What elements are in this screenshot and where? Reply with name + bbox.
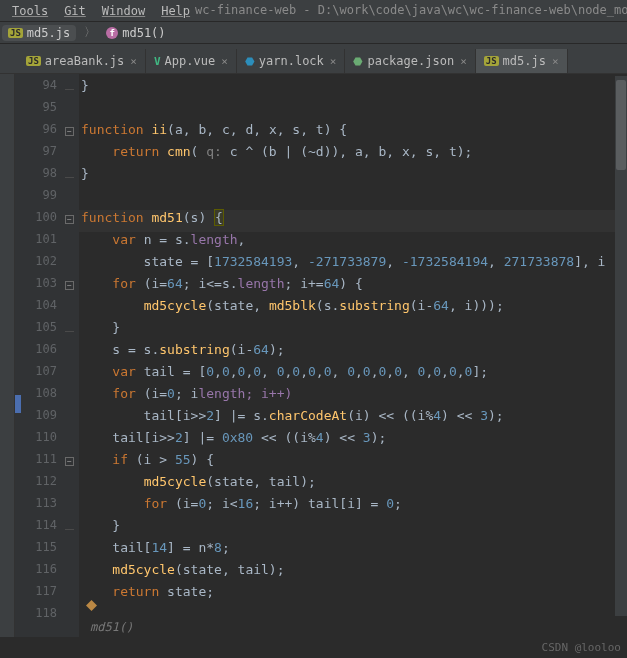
line-number: 108 — [15, 386, 65, 408]
menu-help[interactable]: Help — [153, 4, 198, 18]
scrollbar-thumb[interactable] — [616, 80, 626, 170]
fold-toggle[interactable]: − — [65, 281, 74, 290]
project-stripe — [0, 74, 15, 637]
code-line[interactable]: md5cycle(state, tail); — [79, 562, 627, 584]
line-number: 115 — [15, 540, 65, 562]
fold-cell — [65, 342, 79, 364]
line-number: 97 — [15, 144, 65, 166]
fold-cell — [65, 188, 79, 210]
code-line[interactable]: return state; — [79, 584, 627, 606]
fold-cell: − — [65, 452, 79, 474]
tab-areabank[interactable]: JSareaBank.js× — [18, 49, 146, 73]
code-line[interactable]: } — [79, 166, 627, 188]
fold-cell — [65, 562, 79, 584]
navigation-bar: JS md5.js 〉 f md51() — [0, 22, 627, 44]
line-number: 111 — [15, 452, 65, 474]
fold-end-marker — [65, 89, 74, 90]
line-number: 96 — [15, 122, 65, 144]
code-line[interactable]: for (i=0; i<16; i++) tail[i] = 0; — [79, 496, 627, 518]
code-line[interactable]: return cmn( q: c ^ (b | (~d)), a, b, x, … — [79, 144, 627, 166]
fold-cell — [65, 100, 79, 122]
fold-cell — [65, 364, 79, 386]
tab-yarnlock[interactable]: ⬣yarn.lock× — [237, 49, 346, 73]
close-icon[interactable]: × — [221, 55, 228, 68]
code-line[interactable] — [79, 188, 627, 210]
fold-toggle[interactable]: − — [65, 215, 74, 224]
code-line[interactable]: for (i=0; ilength; i++) — [79, 386, 627, 408]
line-number: 101 — [15, 232, 65, 254]
code-line[interactable]: function md51(s) { — [79, 210, 627, 232]
code-line[interactable]: var n = s.length, — [79, 232, 627, 254]
line-number: 116 — [15, 562, 65, 584]
code-line[interactable]: for (i=64; i<=s.length; i+=64) { — [79, 276, 627, 298]
line-number: 104 — [15, 298, 65, 320]
fold-cell — [65, 78, 79, 100]
editor-tab-bar: JSareaBank.js× VApp.vue× ⬣yarn.lock× ⬣pa… — [0, 44, 627, 74]
function-icon: f — [106, 27, 118, 39]
breadcrumb-function[interactable]: md51() — [90, 620, 133, 634]
code-line[interactable]: if (i > 55) { — [79, 452, 627, 474]
close-icon[interactable]: × — [130, 55, 137, 68]
line-number: 100 — [15, 210, 65, 232]
fold-end-marker — [65, 177, 74, 178]
code-line[interactable]: tail[i>>2] |= 0x80 << ((i%4) << 3); — [79, 430, 627, 452]
watermark-text: CSDN @looloo — [542, 641, 621, 654]
fold-cell — [65, 254, 79, 276]
code-line[interactable]: tail[i>>2] |= s.charCodeAt(i) << ((i%4) … — [79, 408, 627, 430]
line-number: 102 — [15, 254, 65, 276]
code-area[interactable]: }function ii(a, b, c, d, x, s, t) { retu… — [79, 74, 627, 637]
code-line[interactable]: } — [79, 518, 627, 540]
line-number: 105 — [15, 320, 65, 342]
line-number: 118 — [15, 606, 65, 628]
close-icon[interactable]: × — [330, 55, 337, 68]
vertical-scrollbar[interactable] — [615, 76, 627, 616]
line-number: 114 — [15, 518, 65, 540]
line-number: 94 — [15, 78, 65, 100]
vue-icon: V — [154, 55, 161, 68]
fold-cell: − — [65, 210, 79, 232]
menu-tools[interactable]: Tools — [4, 4, 56, 18]
code-line[interactable]: } — [79, 320, 627, 342]
fold-cell — [65, 474, 79, 496]
code-line[interactable] — [79, 100, 627, 122]
nav-function-chip[interactable]: f md51() — [100, 25, 171, 41]
tab-packagejson[interactable]: ⬣package.json× — [345, 49, 475, 73]
fold-cell — [65, 408, 79, 430]
fold-toggle[interactable]: − — [65, 457, 74, 466]
code-line[interactable]: md5cycle(state, tail); — [79, 474, 627, 496]
code-line[interactable]: tail[14] = n*8; — [79, 540, 627, 562]
fold-gutter: −−−− — [65, 74, 79, 637]
code-line[interactable]: state = [1732584193, -271733879, -173258… — [79, 254, 627, 276]
code-line[interactable]: function ii(a, b, c, d, x, s, t) { — [79, 122, 627, 144]
fold-toggle[interactable]: − — [65, 127, 74, 136]
fold-cell — [65, 386, 79, 408]
code-line[interactable] — [79, 606, 627, 628]
nav-function-label: md51() — [122, 26, 165, 40]
code-line[interactable]: } — [79, 78, 627, 100]
code-line[interactable]: s = s.substring(i-64); — [79, 342, 627, 364]
close-icon[interactable]: × — [460, 55, 467, 68]
fold-cell — [65, 320, 79, 342]
menu-git[interactable]: Git — [56, 4, 94, 18]
nav-file-chip[interactable]: JS md5.js — [2, 25, 76, 41]
json-icon: ⬣ — [353, 55, 363, 68]
code-line[interactable]: md5cycle(state, md5blk(s.substring(i-64,… — [79, 298, 627, 320]
tab-label: App.vue — [165, 54, 216, 68]
fold-end-marker — [65, 331, 74, 332]
gutter-selection-marker — [15, 395, 21, 413]
line-number: 98 — [15, 166, 65, 188]
editor-area: 9495969798991001011021031041051061071081… — [0, 74, 627, 637]
line-number: 113 — [15, 496, 65, 518]
line-number: 103 — [15, 276, 65, 298]
line-number: 117 — [15, 584, 65, 606]
line-number: 112 — [15, 474, 65, 496]
fold-cell — [65, 144, 79, 166]
tab-appvue[interactable]: VApp.vue× — [146, 49, 237, 73]
menu-window[interactable]: Window — [94, 4, 153, 18]
line-number: 110 — [15, 430, 65, 452]
fold-cell — [65, 584, 79, 606]
code-line[interactable]: var tail = [0,0,0,0, 0,0,0,0, 0,0,0,0, 0… — [79, 364, 627, 386]
tab-md5[interactable]: JSmd5.js× — [476, 49, 568, 73]
close-icon[interactable]: × — [552, 55, 559, 68]
fold-cell — [65, 518, 79, 540]
